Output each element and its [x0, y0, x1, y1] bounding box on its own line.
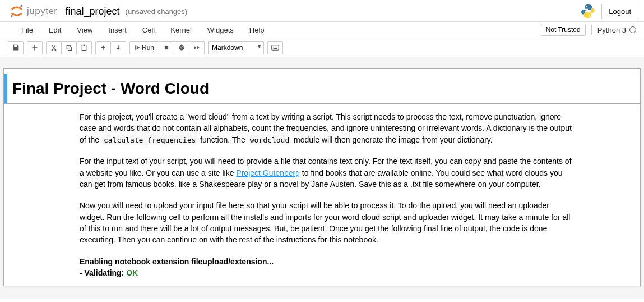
svg-rect-7	[84, 44, 85, 45]
code-inline: wordcloud	[248, 135, 291, 145]
notebook: Final Project - Word Cloud For this proj…	[3, 68, 641, 286]
cut-button[interactable]	[46, 41, 62, 54]
menu-help[interactable]: Help	[242, 22, 272, 38]
code-inline: calculate_frequencies	[101, 135, 198, 145]
cell-type-select[interactable]: Markdown	[208, 41, 264, 54]
stop-icon	[164, 45, 169, 51]
trust-button[interactable]: Not Trusted	[541, 24, 586, 36]
toolbar: Run Markdown	[0, 38, 644, 57]
paste-button[interactable]	[76, 41, 92, 54]
svg-point-3	[589, 15, 591, 17]
kernel-status-icon	[629, 26, 636, 33]
cell-prompt	[4, 109, 12, 281]
jupyter-icon	[9, 3, 25, 19]
menu-widgets[interactable]: Widgets	[200, 22, 242, 38]
paste-icon	[81, 44, 87, 51]
menu-kernel[interactable]: Kernel	[163, 22, 200, 38]
plus-icon	[31, 44, 38, 51]
command-palette-button[interactable]	[267, 41, 283, 54]
run-label: Run	[142, 44, 154, 52]
run-button[interactable]: Run	[129, 41, 159, 54]
svg-point-2	[586, 6, 587, 7]
restart-button[interactable]	[174, 41, 189, 54]
menu-insert[interactable]: Insert	[100, 22, 135, 38]
menu-view[interactable]: View	[69, 22, 100, 38]
header-bar: jupyter final_project (unsaved changes) …	[0, 0, 644, 21]
kernel-indicator[interactable]: Python 3	[597, 26, 640, 34]
svg-rect-14	[274, 48, 277, 48]
svg-rect-8	[135, 45, 136, 50]
move-up-button[interactable]	[95, 41, 111, 54]
paragraph-1: For this project, you'll create a "word …	[80, 111, 572, 145]
jupyter-logo-text: jupyter	[27, 6, 58, 17]
svg-rect-9	[165, 45, 168, 49]
up-icon	[100, 44, 106, 51]
svg-rect-13	[276, 46, 276, 47]
save-status: (unsaved changes)	[126, 7, 188, 16]
markdown-cell-body[interactable]: For this project, you'll create a "word …	[4, 108, 640, 281]
svg-point-1	[11, 15, 13, 17]
svg-rect-5	[68, 47, 72, 50]
run-icon	[135, 45, 140, 51]
menu-edit[interactable]: Edit	[41, 22, 69, 38]
paragraph-4: Enabling notebook extension fileupload/e…	[80, 256, 572, 279]
keyboard-icon	[271, 45, 279, 51]
down-icon	[115, 44, 122, 51]
add-cell-button[interactable]	[27, 41, 43, 54]
menu-file[interactable]: File	[13, 22, 41, 38]
ok-status: OK	[126, 268, 138, 277]
save-icon	[12, 44, 20, 51]
paragraph-2: For the input text of your script, you w…	[80, 155, 572, 190]
move-down-button[interactable]	[110, 41, 126, 54]
python-logo-icon	[580, 3, 596, 19]
copy-button[interactable]	[61, 41, 77, 54]
markdown-cell-title[interactable]: Final Project - Word Cloud	[4, 74, 640, 104]
cell-prompt	[4, 74, 12, 103]
restart-run-button[interactable]	[189, 41, 205, 54]
svg-point-0	[20, 5, 22, 7]
doc-title: Final Project - Word Cloud	[12, 80, 640, 98]
paragraph-3: Now you will need to upload your input f…	[80, 200, 572, 245]
svg-rect-12	[275, 46, 275, 47]
save-button[interactable]	[8, 41, 24, 54]
kernel-name-text: Python 3	[597, 26, 626, 34]
jupyter-logo[interactable]: jupyter	[9, 3, 58, 19]
fast-forward-icon	[193, 45, 200, 51]
notebook-name[interactable]: final_project	[66, 6, 120, 17]
svg-rect-11	[273, 46, 274, 47]
svg-rect-10	[272, 45, 279, 49]
notebook-container: Final Project - Word Cloud For this proj…	[0, 57, 644, 299]
menu-cell[interactable]: Cell	[135, 22, 163, 38]
copy-icon	[66, 44, 72, 51]
interrupt-button[interactable]	[159, 41, 174, 54]
project-gutenberg-link[interactable]: Project Gutenberg	[236, 168, 300, 177]
cut-icon	[50, 44, 57, 51]
logout-button[interactable]: Logout	[601, 4, 638, 19]
menubar: File Edit View Insert Cell Kernel Widget…	[0, 21, 644, 38]
separator	[591, 25, 592, 35]
restart-icon	[178, 44, 185, 51]
